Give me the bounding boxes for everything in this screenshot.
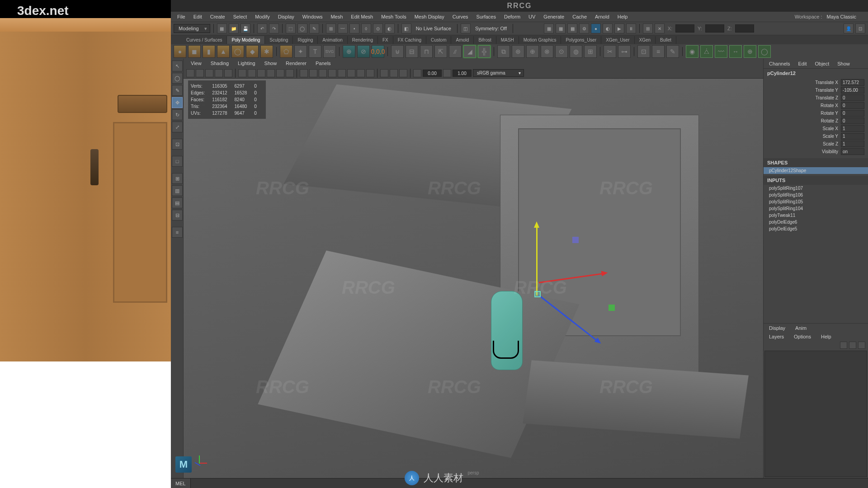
menu-generate[interactable]: Generate: [540, 13, 568, 20]
crease-icon[interactable]: ≡: [652, 45, 665, 58]
axis-x-input[interactable]: [675, 24, 694, 33]
panel-menu-shading[interactable]: Shading: [207, 60, 232, 67]
layer-new-icon[interactable]: [858, 342, 865, 349]
save-scene-icon[interactable]: 💾: [241, 23, 250, 33]
append-icon[interactable]: ⊞: [584, 45, 597, 58]
rotate-tool[interactable]: ↻: [172, 109, 183, 120]
open-scene-icon[interactable]: 📁: [229, 23, 239, 33]
boolean-intersect-icon[interactable]: ⊓: [420, 45, 433, 58]
shelf-tab-bifrost[interactable]: Bifrost: [474, 36, 496, 44]
shelf-tab-bullet[interactable]: Bullet: [656, 36, 676, 44]
layer-move-down-icon[interactable]: [849, 342, 856, 349]
menu-select[interactable]: Select: [230, 13, 251, 20]
menu-display[interactable]: Display: [274, 13, 298, 20]
attr-value[interactable]: 172.572: [841, 79, 864, 86]
panel-menu-lighting[interactable]: Lighting: [234, 60, 259, 67]
safe-title-icon[interactable]: [286, 69, 294, 77]
symmetry-icon[interactable]: ◫: [461, 23, 471, 33]
grease-pencil-icon[interactable]: [224, 69, 232, 77]
select-tool[interactable]: ↖: [172, 61, 183, 71]
layer-move-up-icon[interactable]: [840, 342, 847, 349]
xray-icon[interactable]: [390, 69, 398, 77]
svg-icon[interactable]: SVG: [323, 45, 336, 58]
toggle-icon[interactable]: ✕: [655, 23, 665, 33]
menu-curves[interactable]: Curves: [449, 13, 472, 20]
paint-tool[interactable]: ✎: [172, 85, 183, 96]
shelf-tab-fx[interactable]: FX: [378, 36, 393, 44]
gamma-icon[interactable]: [443, 69, 451, 77]
object-name[interactable]: pCylinder12: [764, 69, 868, 78]
input-node[interactable]: polySplitRing105: [764, 198, 868, 205]
snap-curve-icon[interactable]: 〰: [338, 23, 348, 33]
menu-cache[interactable]: Cache: [569, 13, 590, 20]
layer-menu-help[interactable]: Help: [817, 333, 835, 340]
menu-deform[interactable]: Deform: [500, 13, 524, 20]
poly-torus-icon[interactable]: ◯: [231, 45, 244, 58]
menu-windows[interactable]: Windows: [299, 13, 326, 20]
two-side-icon[interactable]: ▥: [172, 185, 183, 196]
image-plane-icon[interactable]: [205, 69, 213, 77]
anti-alias-icon[interactable]: [366, 69, 374, 77]
shelf-tab-poly-modeling[interactable]: Poly Modeling: [227, 36, 265, 44]
undo-icon[interactable]: ↶: [257, 23, 267, 33]
ao-icon[interactable]: [347, 69, 355, 77]
boolean-union-icon[interactable]: ⊎: [391, 45, 404, 58]
shelf-tab-animation[interactable]: Animation: [318, 36, 347, 44]
axis-y-input[interactable]: [705, 24, 724, 33]
shelf-tab-rigging[interactable]: Rigging: [293, 36, 318, 44]
menu-create[interactable]: Create: [207, 13, 229, 20]
xray-joints-icon[interactable]: [399, 69, 407, 77]
channel-tab-object[interactable]: Object: [811, 60, 833, 67]
menu-file[interactable]: File: [174, 13, 189, 20]
menu-help[interactable]: Help: [614, 13, 632, 20]
shelf-tab-curves-surfaces[interactable]: Curves / Surfaces: [182, 36, 227, 44]
superellipse-icon[interactable]: ✦: [294, 45, 307, 58]
symmetry-label[interactable]: Symmetry: Off: [472, 26, 509, 31]
menu-uv[interactable]: UV: [525, 13, 539, 20]
combine-icon[interactable]: ⊕: [343, 45, 355, 58]
attr-value[interactable]: 0: [841, 102, 864, 109]
bridge-icon[interactable]: ⫽: [449, 45, 462, 58]
circularize-icon[interactable]: ◯: [758, 45, 771, 58]
shelf-tab-mash[interactable]: MASH: [496, 36, 519, 44]
smooth-shade-icon[interactable]: [309, 69, 317, 77]
poly-plane-icon[interactable]: ◆: [246, 45, 259, 58]
move-tool[interactable]: ✥: [172, 97, 183, 108]
shelf-tab-polygons_user[interactable]: Polygons_User: [561, 36, 601, 44]
render-icon[interactable]: ▦: [556, 23, 566, 33]
light-editor-icon[interactable]: ◐: [603, 23, 613, 33]
account-icon[interactable]: 👤: [844, 23, 854, 33]
smooth-icon[interactable]: 0,0,0: [372, 45, 384, 58]
slide-edge-icon[interactable]: ↔: [729, 45, 742, 58]
paint-select-icon[interactable]: ✎: [309, 23, 319, 33]
isolate-icon[interactable]: [380, 69, 388, 77]
shelf-tab-arnold[interactable]: Arnold: [451, 36, 474, 44]
target-weld-icon[interactable]: ⊕: [526, 45, 539, 58]
single-view-icon[interactable]: □: [172, 156, 183, 167]
input-node[interactable]: polySplitRing107: [764, 185, 868, 192]
snap-point-icon[interactable]: •: [349, 23, 359, 33]
layer-tab-display[interactable]: Display: [765, 324, 789, 332]
shelf-tab-motion-graphics[interactable]: Motion Graphics: [519, 36, 561, 44]
symmetry-tool-icon[interactable]: ⧊: [700, 45, 713, 58]
quad-draw-icon[interactable]: ⊡: [637, 45, 650, 58]
panel-layout-icon[interactable]: ⊞: [643, 23, 653, 33]
last-tool[interactable]: ⊡: [172, 139, 183, 150]
wireframe-icon[interactable]: [300, 69, 308, 77]
gate-mask-icon[interactable]: [267, 69, 275, 77]
merge-icon[interactable]: ⊛: [512, 45, 524, 58]
input-node[interactable]: polyDelEdge6: [764, 219, 868, 225]
new-scene-icon[interactable]: ▦: [217, 23, 227, 33]
redo-icon[interactable]: ↷: [269, 23, 279, 33]
workspace-value[interactable]: Maya Classic: [827, 14, 865, 19]
menu-edit-mesh[interactable]: Edit Mesh: [347, 13, 377, 20]
hypershade-icon[interactable]: ●: [591, 23, 601, 33]
shape-node[interactable]: pCylinder12Shape: [764, 167, 868, 174]
boolean-diff-icon[interactable]: ⊟: [406, 45, 418, 58]
connect-icon[interactable]: ⊶: [618, 45, 631, 58]
attr-value[interactable]: 0: [841, 110, 864, 117]
menu-mesh[interactable]: Mesh: [327, 13, 346, 20]
render-view-icon[interactable]: ▦: [544, 23, 554, 33]
selected-mesh[interactable]: [491, 291, 523, 370]
attr-value[interactable]: 1: [841, 141, 864, 147]
